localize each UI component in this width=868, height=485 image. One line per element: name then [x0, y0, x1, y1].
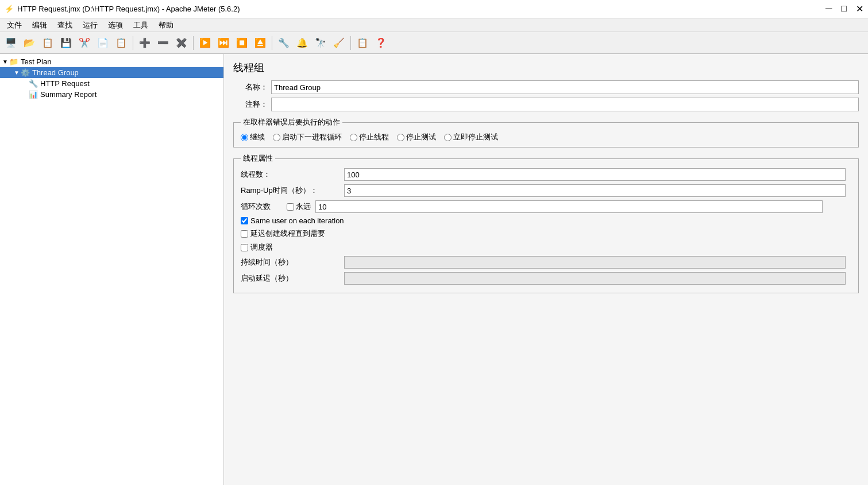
broom-button[interactable]: 🧹	[330, 34, 348, 52]
radio-stop-thread[interactable]: 停止线程	[350, 132, 389, 142]
thread-props-fieldset: 线程属性 线程数： Ramp-Up时间（秒）： 循环次数 永远	[233, 153, 859, 293]
title-bar: ⚡ HTTP Request.jmx (D:\HTTP Request.jmx)…	[0, 0, 868, 18]
duration-input[interactable]	[344, 256, 846, 269]
sidebar-label-test-plan: Test Plan	[21, 57, 51, 66]
sidebar-item-http-request[interactable]: 🔧 HTTP Request	[0, 78, 223, 89]
summary-report-icon: 📊	[29, 90, 38, 99]
radio-stop-test[interactable]: 停止测试	[397, 132, 436, 142]
collapse-icon: ▼	[2, 59, 8, 65]
name-label: 名称：	[233, 82, 268, 92]
same-user-checkbox[interactable]	[241, 217, 248, 224]
binoculars-button[interactable]: 🔭	[312, 34, 329, 52]
ramp-up-label: Ramp-Up时间（秒）：	[241, 185, 344, 196]
save-template-button[interactable]: 📋	[39, 34, 56, 52]
duration-row: 持续时间（秒）	[241, 256, 851, 269]
scheduler-row: 调度器	[241, 242, 851, 253]
menu-item-文件[interactable]: 文件	[2, 19, 26, 32]
test-plan-icon: 📁	[9, 57, 18, 66]
radio-stop-test-input[interactable]	[397, 134, 404, 141]
menu-item-帮助[interactable]: 帮助	[154, 19, 178, 32]
loop-label: 循环次数	[241, 201, 287, 212]
menu-item-编辑[interactable]: 编辑	[28, 19, 52, 32]
radio-next-loop-input[interactable]	[273, 134, 280, 141]
ramp-up-input[interactable]	[344, 184, 846, 197]
comment-input[interactable]	[271, 98, 859, 111]
startup-delay-row: 启动延迟（秒）	[241, 272, 851, 285]
thread-group-expand-icon: ▼	[14, 69, 20, 76]
sidebar-item-thread-group[interactable]: ▼ ⚙️ Thread Group	[0, 67, 223, 78]
duration-label: 持续时间（秒）	[241, 257, 344, 267]
radio-continue[interactable]: 继续	[241, 132, 265, 142]
sidebar-label-http-request: HTTP Request	[40, 79, 90, 88]
copy-button[interactable]: 📄	[94, 34, 111, 52]
remove-button[interactable]: ➖	[155, 34, 172, 52]
same-user-label: Same user on each iteration	[250, 216, 344, 225]
forever-checkbox[interactable]	[287, 203, 294, 211]
radio-stop-test-now[interactable]: 立即停止测试	[444, 132, 498, 142]
cut-button[interactable]: ✂️	[76, 34, 93, 52]
new-button[interactable]: 🖥️	[2, 34, 20, 52]
menu-bar: 文件编辑查找运行选项工具帮助	[0, 18, 868, 32]
thread-count-input[interactable]	[344, 168, 846, 181]
close-button[interactable]: ✕	[856, 3, 863, 14]
run-no-pause-button[interactable]: ⏭️	[215, 34, 232, 52]
name-row: 名称：	[233, 80, 859, 94]
comment-label: 注释：	[233, 99, 268, 110]
radio-stop-test-now-input[interactable]	[444, 134, 452, 141]
delay-threads-checkbox[interactable]	[241, 230, 248, 238]
startup-delay-label: 启动延迟（秒）	[241, 273, 344, 284]
minimize-button[interactable]: ─	[825, 3, 832, 14]
shutdown-button[interactable]: ⏏️	[252, 34, 269, 52]
remote-stop-button[interactable]: 🔔	[294, 34, 311, 52]
sidebar-item-summary-report[interactable]: 📊 Summary Report	[0, 89, 223, 100]
startup-delay-input[interactable]	[344, 272, 846, 285]
clear-button[interactable]: ✖️	[173, 34, 190, 52]
panel-title: 线程组	[233, 61, 859, 75]
paste-button[interactable]: 📋	[113, 34, 130, 52]
window-title: HTTP Request.jmx (D:\HTTP Request.jmx) -…	[17, 5, 240, 13]
thread-count-label: 线程数：	[241, 169, 344, 180]
radio-continue-label: 继续	[250, 132, 265, 142]
forever-text: 永远	[296, 201, 311, 212]
thread-group-icon: ⚙️	[21, 68, 30, 77]
sidebar: ▼ 📁 Test Plan ▼ ⚙️ Thread Group 🔧 HTTP R…	[0, 54, 224, 485]
save-button[interactable]: 💾	[57, 34, 75, 52]
radio-stop-thread-input[interactable]	[350, 134, 357, 141]
radio-next-loop[interactable]: 启动下一进程循环	[273, 132, 342, 142]
remote-start-button[interactable]: 🔧	[275, 34, 292, 52]
open-button[interactable]: 📂	[21, 34, 38, 52]
loop-count-input[interactable]	[315, 200, 823, 213]
sidebar-item-test-plan[interactable]: ▼ 📁 Test Plan	[0, 56, 223, 67]
comment-row: 注释：	[233, 98, 859, 111]
content-area: 线程组 名称： 注释： 在取样器错误后要执行的动作 继续 启动下一进程循环	[224, 54, 868, 485]
title-controls: ─ □ ✕	[825, 3, 863, 14]
menu-item-查找[interactable]: 查找	[53, 19, 77, 32]
menu-item-工具[interactable]: 工具	[129, 19, 153, 32]
radio-next-loop-label: 启动下一进程循环	[282, 132, 342, 142]
radio-continue-input[interactable]	[241, 134, 248, 141]
delay-threads-row: 延迟创建线程直到需要	[241, 228, 851, 239]
toolbar-separator	[133, 36, 133, 50]
toolbar-separator	[193, 36, 194, 50]
http-request-icon: 🔧	[29, 79, 38, 88]
radio-stop-test-label: 停止测试	[406, 132, 436, 142]
help-button[interactable]: ❓	[372, 34, 389, 52]
sidebar-label-thread-group: Thread Group	[32, 68, 79, 77]
ramp-up-row: Ramp-Up时间（秒）：	[241, 184, 851, 197]
menu-item-选项[interactable]: 选项	[103, 19, 128, 32]
function-helper-button[interactable]: 📋	[354, 34, 371, 52]
menu-item-运行[interactable]: 运行	[78, 19, 102, 32]
run-button[interactable]: ▶️	[196, 34, 214, 52]
scheduler-checkbox[interactable]	[241, 244, 248, 251]
loop-row: 循环次数 永远	[241, 200, 851, 213]
stop-button[interactable]: ⏹️	[233, 34, 250, 52]
maximize-button[interactable]: □	[841, 3, 847, 14]
title-icon: ⚡	[5, 5, 14, 13]
add-button[interactable]: ➕	[136, 34, 153, 52]
error-action-radio-group: 继续 启动下一进程循环 停止线程 停止测试 立即停止测试	[241, 132, 851, 142]
name-input[interactable]	[271, 80, 859, 94]
scheduler-label: 调度器	[250, 242, 273, 253]
error-action-fieldset: 在取样器错误后要执行的动作 继续 启动下一进程循环 停止线程 停止测试	[233, 117, 859, 148]
radio-stop-thread-label: 停止线程	[359, 132, 389, 142]
forever-label[interactable]: 永远	[287, 201, 311, 212]
